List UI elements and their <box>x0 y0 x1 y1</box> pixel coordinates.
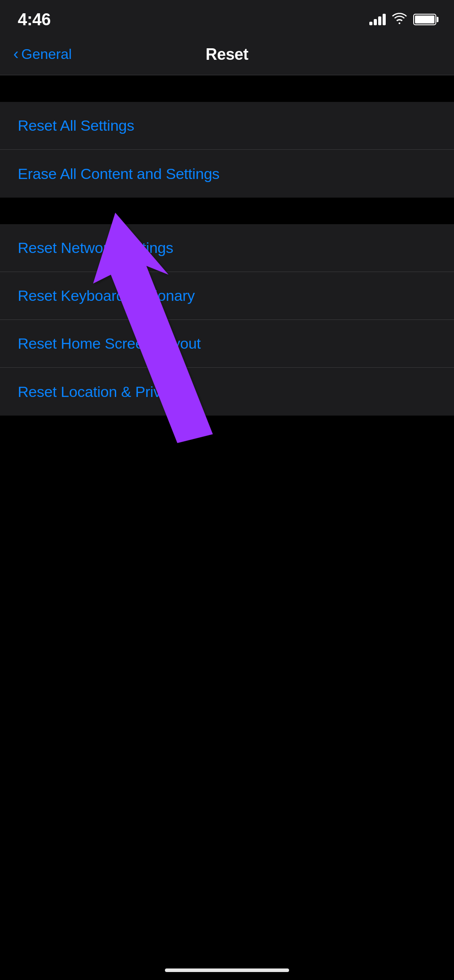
reset-all-settings-label: Reset All Settings <box>18 117 134 134</box>
back-button[interactable]: ‹ General <box>13 46 72 62</box>
signal-icon <box>369 14 386 25</box>
reset-location-privacy-label: Reset Location & Privacy <box>18 383 184 401</box>
back-label: General <box>21 46 72 62</box>
nav-bar: ‹ General Reset <box>0 35 454 75</box>
reset-home-screen-layout-label: Reset Home Screen Layout <box>18 335 201 352</box>
reset-home-screen-layout-row[interactable]: Reset Home Screen Layout <box>0 320 454 368</box>
home-indicator <box>165 968 289 972</box>
erase-all-content-row[interactable]: Erase All Content and Settings <box>0 150 454 198</box>
reset-location-privacy-row[interactable]: Reset Location & Privacy <box>0 368 454 416</box>
wifi-icon <box>392 13 407 26</box>
section-gap-top <box>0 75 454 102</box>
page-title: Reset <box>206 45 249 64</box>
back-chevron-icon: ‹ <box>13 46 19 62</box>
settings-section-1: Reset All Settings Erase All Content and… <box>0 102 454 198</box>
erase-all-content-label: Erase All Content and Settings <box>18 165 219 183</box>
reset-network-settings-row[interactable]: Reset Network Settings <box>0 224 454 272</box>
reset-all-settings-row[interactable]: Reset All Settings <box>0 102 454 150</box>
section-gap-middle <box>0 198 454 224</box>
reset-keyboard-dictionary-label: Reset Keyboard Dictionary <box>18 287 195 304</box>
status-icons <box>369 13 436 26</box>
status-time: 4:46 <box>18 10 51 29</box>
status-bar: 4:46 <box>0 0 454 35</box>
reset-keyboard-dictionary-row[interactable]: Reset Keyboard Dictionary <box>0 272 454 320</box>
reset-network-settings-label: Reset Network Settings <box>18 239 173 257</box>
battery-icon <box>413 14 436 25</box>
settings-section-2: Reset Network Settings Reset Keyboard Di… <box>0 224 454 416</box>
